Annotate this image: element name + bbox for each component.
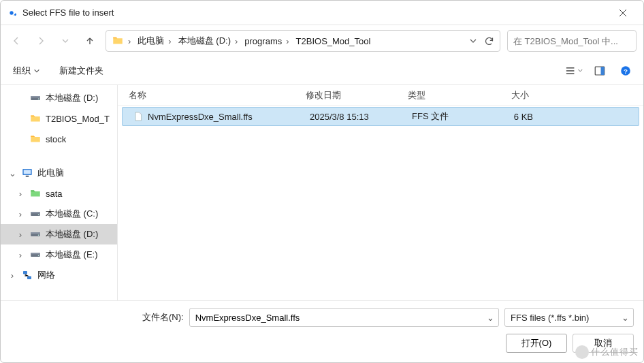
chevron-right-icon: › bbox=[286, 36, 289, 46]
filename-combo[interactable]: ⌄ bbox=[189, 308, 499, 327]
tree-item-label: 本地磁盘 (D:) bbox=[46, 92, 98, 104]
arrow-left-icon bbox=[11, 35, 22, 46]
breadcrumb-3[interactable]: T2BIOS_Mod_Tool bbox=[293, 31, 374, 50]
tree-item[interactable]: ›本地磁盘 (E:) bbox=[1, 244, 117, 265]
tree-item-label: 此电脑 bbox=[37, 167, 64, 179]
svg-rect-10 bbox=[26, 176, 29, 177]
filename-label: 文件名(N): bbox=[142, 311, 184, 323]
window-title: Select FFS file to insert bbox=[22, 7, 114, 18]
crumb-label: 本地磁盘 (D:) bbox=[178, 35, 231, 47]
chevron-down-icon[interactable]: ⌄ bbox=[487, 313, 494, 323]
help-button[interactable]: ? bbox=[616, 61, 635, 80]
refresh-icon[interactable] bbox=[484, 36, 494, 46]
svg-rect-15 bbox=[31, 232, 40, 234]
file-icon bbox=[133, 111, 144, 122]
col-modified[interactable]: 修改日期 bbox=[295, 89, 397, 101]
organize-menu[interactable]: 组织 bbox=[9, 62, 44, 80]
close-button[interactable] bbox=[608, 1, 638, 25]
tree-item-label: 本地磁盘 (E:) bbox=[46, 249, 98, 261]
tree-item-label: 本地磁盘 (D:) bbox=[46, 228, 98, 240]
nav-row: › 此电脑› 本地磁盘 (D:)› programs› T2BIOS_Mod_T… bbox=[1, 25, 643, 57]
search-box[interactable] bbox=[507, 30, 637, 52]
tree-item-label: stock bbox=[46, 134, 66, 144]
col-size[interactable]: 大小 bbox=[485, 89, 540, 101]
file-size: 6 KB bbox=[489, 112, 544, 122]
recent-button[interactable] bbox=[57, 31, 74, 51]
col-type[interactable]: 类型 bbox=[397, 89, 485, 101]
open-button[interactable]: 打开(O) bbox=[506, 334, 567, 353]
svg-rect-6 bbox=[31, 96, 40, 97]
chevron-down-icon[interactable]: ⌄ bbox=[622, 313, 629, 323]
crumb-root-icon[interactable]: › bbox=[109, 31, 133, 50]
crumb-label: 此电脑 bbox=[138, 35, 164, 47]
arrow-up-icon bbox=[84, 35, 95, 46]
chevron-right-icon: › bbox=[235, 36, 238, 46]
tree-item-label: T2BIOS_Mod_T bbox=[46, 114, 110, 124]
col-name[interactable]: 名称 bbox=[118, 89, 295, 101]
folder-icon bbox=[112, 35, 124, 47]
crumb-label: programs bbox=[244, 36, 282, 46]
forward-button[interactable] bbox=[32, 31, 50, 51]
address-bar[interactable]: › 此电脑› 本地磁盘 (D:)› programs› T2BIOS_Mod_T… bbox=[106, 30, 500, 52]
svg-point-19 bbox=[38, 255, 39, 256]
tree-item[interactable]: T2BIOS_Mod_T bbox=[1, 108, 117, 129]
preview-pane-button[interactable] bbox=[590, 61, 609, 80]
cancel-button[interactable]: 取消 bbox=[573, 334, 634, 353]
chevron-down-icon[interactable] bbox=[469, 37, 477, 45]
tree-item[interactable]: stock bbox=[1, 129, 117, 149]
filename-input[interactable] bbox=[195, 313, 482, 323]
chevron-right-icon: › bbox=[168, 36, 171, 46]
tree-item[interactable]: ›本地磁盘 (C:) bbox=[1, 204, 117, 224]
svg-rect-18 bbox=[31, 253, 40, 254]
svg-rect-21 bbox=[27, 277, 31, 280]
svg-rect-20 bbox=[23, 271, 27, 274]
tree-item[interactable]: ›sata bbox=[1, 183, 117, 204]
filter-combo[interactable]: FFS files (*.ffs *.bin) ⌄ bbox=[504, 308, 634, 327]
tree-item-label: 网络 bbox=[37, 269, 55, 281]
chevron-down-icon bbox=[61, 37, 69, 45]
list-row[interactable]: NvmExpressDxe_Small.ffs 2025/3/8 15:13 F… bbox=[122, 107, 639, 126]
file-list: 名称 ▴ 修改日期 类型 大小 NvmExpressDxe_Small.ffs … bbox=[118, 85, 643, 300]
panel-icon bbox=[594, 65, 606, 77]
view-mode-button[interactable] bbox=[564, 61, 583, 80]
organize-label: 组织 bbox=[13, 65, 31, 77]
file-name: NvmExpressDxe_Small.ffs bbox=[148, 112, 253, 122]
new-folder-button[interactable]: 新建文件夹 bbox=[55, 62, 108, 80]
breadcrumb-1[interactable]: 本地磁盘 (D:)› bbox=[176, 31, 241, 50]
file-type: FFS 文件 bbox=[401, 110, 489, 123]
search-input[interactable] bbox=[513, 36, 628, 46]
footer: 文件名(N): ⌄ FFS files (*.ffs *.bin) ⌄ 打开(O… bbox=[1, 300, 643, 362]
arrow-right-icon bbox=[35, 35, 46, 46]
tree-item-label: 本地磁盘 (C:) bbox=[46, 208, 98, 220]
folder-tree[interactable]: 本地磁盘 (D:)T2BIOS_Mod_Tstock⌄此电脑›sata›本地磁盘… bbox=[1, 85, 118, 300]
help-icon: ? bbox=[619, 65, 632, 77]
chevron-right-icon: › bbox=[128, 36, 131, 46]
svg-point-7 bbox=[38, 98, 39, 99]
svg-rect-12 bbox=[31, 212, 40, 213]
close-icon bbox=[619, 9, 627, 17]
up-button[interactable] bbox=[81, 31, 99, 51]
list-header[interactable]: 名称 ▴ 修改日期 类型 大小 bbox=[118, 85, 643, 106]
tree-item[interactable]: ⌄此电脑 bbox=[1, 163, 117, 183]
svg-point-13 bbox=[38, 214, 39, 215]
file-modified: 2025/3/8 15:13 bbox=[299, 112, 401, 122]
chevron-down-icon bbox=[577, 67, 583, 74]
sort-asc-icon: ▴ bbox=[336, 88, 339, 95]
tree-item[interactable]: ›网络 bbox=[1, 265, 117, 285]
titlebar: Select FFS file to insert bbox=[1, 1, 643, 25]
content-area: 本地磁盘 (D:)T2BIOS_Mod_Tstock⌄此电脑›sata›本地磁盘… bbox=[1, 85, 643, 300]
svg-rect-2 bbox=[601, 67, 605, 75]
tree-item-label: sata bbox=[46, 189, 63, 199]
svg-text:?: ? bbox=[624, 67, 628, 74]
toolbar: 组织 新建文件夹 ? bbox=[1, 57, 643, 85]
chevron-down-icon bbox=[33, 67, 40, 74]
back-button[interactable] bbox=[7, 31, 25, 51]
breadcrumb-0[interactable]: 此电脑› bbox=[135, 31, 174, 50]
crumb-label: T2BIOS_Mod_Tool bbox=[296, 36, 371, 46]
breadcrumb-2[interactable]: programs› bbox=[242, 31, 291, 50]
tree-item[interactable]: ›本地磁盘 (D:) bbox=[1, 224, 117, 244]
tree-item[interactable]: 本地磁盘 (D:) bbox=[1, 88, 117, 108]
new-folder-label: 新建文件夹 bbox=[59, 65, 103, 77]
list-view-icon bbox=[564, 65, 576, 77]
filter-label: FFS files (*.ffs *.bin) bbox=[511, 313, 589, 323]
